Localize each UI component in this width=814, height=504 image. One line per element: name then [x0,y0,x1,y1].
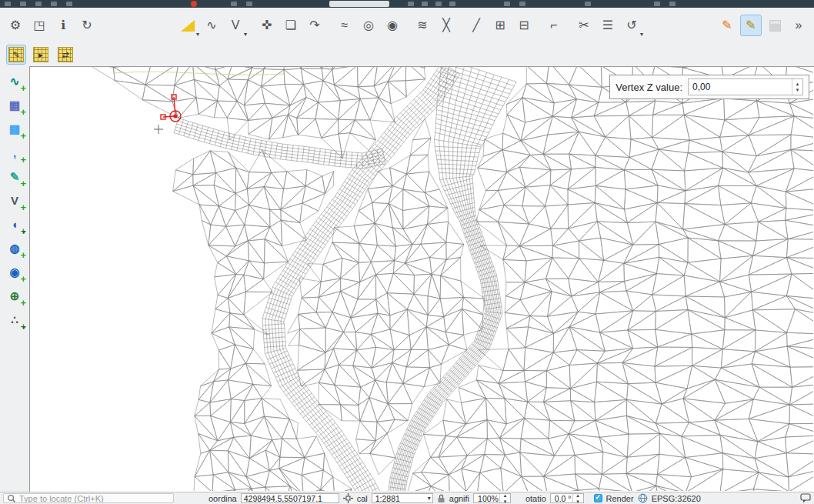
add-wfs-layer-button[interactable]: ◉+ [5,262,25,282]
annotation-pencil-glyph: ✎ [722,19,732,32]
add-raster-layer-glyph: ▦ [9,99,20,111]
select-mesh-elements-button[interactable]: ▸ [31,45,51,65]
vertex-z-input[interactable]: 0,00 [688,78,803,95]
add-wfs-layer-glyph: ◉ [9,266,19,278]
render-checkbox[interactable] [594,494,602,502]
map-canvas[interactable]: Vertex Z value: 0,00 [29,66,814,492]
titlebar-icon [246,2,252,6]
project-options-glyph: ⚙ [10,19,21,32]
rotate-feature-button[interactable]: ↷ [304,15,325,36]
fill-ring-button[interactable]: ◉ [382,15,403,36]
rotation-input[interactable]: 0.0 ° [550,493,584,503]
identify-features-button[interactable]: ℹ [52,15,74,36]
scale-combobox[interactable]: 1:2881 [372,493,433,503]
refresh-map-glyph: ↻ [82,19,92,32]
measure-tool-button[interactable] [177,15,198,36]
simplify-feature-button[interactable]: ≈ [334,15,355,36]
add-delimited-text-layer-button[interactable]: ,+ [5,142,25,162]
chevron-down-icon [244,31,247,38]
add-point-cloud-layer-button[interactable]: ∴+ [5,309,25,329]
add-plus-badge: + [20,106,26,118]
new-annotation-button[interactable]: ◳ [28,15,50,36]
spinner-buttons[interactable] [792,79,802,95]
manage-layers-toolbar: ∿+▦+▩+,+✎+V+◖+◍+◉+⊕+∴+ [0,66,29,492]
copy-move-feature-button[interactable]: ❏ [280,15,302,36]
crs-label: EPSG:32620 [652,494,701,503]
stream-digitizing-glyph: ∿ [206,19,216,32]
coordinate-input[interactable]: 4298494.5,5507197.1 [241,493,339,503]
add-ring-button[interactable]: ◎ [358,15,379,36]
vertex-tool-button[interactable]: V [225,15,246,36]
chevron-down-icon [196,31,199,38]
vertex-z-label: Vertex Z value: [616,82,682,93]
add-virtual-layer-button[interactable]: V+ [5,190,25,210]
add-plus-badge: + [20,154,26,165]
rotate-feature-glyph: ↷ [309,19,319,32]
chevron-down-icon [640,31,643,38]
spinner-buttons[interactable] [572,494,583,502]
refresh-map-button[interactable]: ↻ [76,15,98,36]
annotation-pencil-button[interactable]: ✎ [716,15,738,36]
add-arcgis-rest-layer-button[interactable]: ⊕+ [5,285,25,305]
transform-mesh-vertices-glyph: ⇄ [58,47,73,62]
offset-curve-button[interactable]: ≋ [412,15,433,36]
coordinate-label: oordina [209,494,237,503]
merge-attributes-button[interactable]: ⊟ [513,15,535,36]
add-plus-badge: + [20,178,26,189]
transform-mesh-vertices-button[interactable]: ⇄ [55,45,75,65]
stream-digitizing-button[interactable]: ∿ [201,15,222,36]
split-parts-button[interactable]: ╱ [465,15,487,36]
rotate-point-symbols-glyph: ↺ [626,19,636,32]
move-feature-button[interactable]: ✜ [256,15,278,36]
select-mesh-elements-glyph: ▸ [33,47,48,62]
add-point-cloud-layer-glyph: ∴ [11,314,18,325]
add-mesh-layer-button[interactable]: ▩+ [5,118,25,139]
rotate-point-symbols-button[interactable]: ↺ [621,15,642,36]
spinner-buttons[interactable] [499,494,510,502]
main-area: ∿+▦+▩+,+✎+V+◖+◍+◉+⊕+∴+ Vertex Z value: 0… [0,66,814,492]
messages-icon[interactable] [800,493,811,503]
trim-extend-glyph: ⌐ [550,19,557,32]
split-features-button[interactable]: ╳ [435,15,457,36]
merge-features-glyph: ⊞ [495,19,505,32]
titlebar-combobox [329,1,389,7]
merge-attributes-glyph: ⊟ [519,19,529,32]
toolbar-overflow-button[interactable]: » [788,15,809,36]
merge-features-button[interactable]: ⊞ [489,15,511,36]
add-wms-layer-glyph: ◖ [11,219,18,230]
add-wcs-layer-button[interactable]: ◍+ [5,238,25,258]
mesh-layer-canvas[interactable] [30,67,813,491]
locate-search-input[interactable]: Type to locate (Ctrl+K) [3,493,174,503]
add-vector-layer-button[interactable]: ∿+ [5,71,25,91]
coordinate-value: 4298494.5,5507197.1 [244,494,322,503]
magnifier-input[interactable]: 100% [473,493,511,503]
offset-curve-glyph: ≋ [417,19,427,32]
copy-move-feature-glyph: ❏ [285,19,296,32]
digitize-mesh-elements-button[interactable]: ✎ [6,45,26,65]
search-icon [7,494,16,503]
add-wms-layer-button[interactable]: ◖+ [5,214,25,234]
titlebar-icon [20,2,26,6]
add-raster-layer-button[interactable]: ▦+ [5,95,25,115]
cut-scissors-button[interactable]: ✂ [573,15,595,36]
toggle-editing-button[interactable]: ✎ [740,15,762,36]
titlebar-icon [449,2,455,6]
project-options-button[interactable]: ⚙ [5,15,26,36]
lock-scale-icon[interactable] [437,493,445,503]
rotation-value: 0.0 ° [555,494,572,503]
magnifier-value: 100% [478,494,499,503]
attributes-list-button[interactable]: ☰ [597,15,619,36]
titlebar-icon [669,2,676,6]
add-spatialite-layer-glyph: ✎ [10,171,20,182]
add-plus-badge: + [20,130,26,142]
cut-scissors-glyph: ✂ [579,19,589,32]
titlebar-icon [231,2,237,6]
add-plus-badge: + [20,202,26,213]
save-edits-button[interactable] [764,15,786,36]
add-spatialite-layer-button[interactable]: ✎+ [5,166,25,186]
trim-extend-button[interactable]: ⌐ [543,15,565,36]
extents-icon[interactable] [343,493,353,503]
crs-globe-icon[interactable] [638,493,648,503]
titlebar-icon [66,2,72,6]
statusbar: Type to locate (Ctrl+K) oordina 4298494.… [0,492,814,504]
